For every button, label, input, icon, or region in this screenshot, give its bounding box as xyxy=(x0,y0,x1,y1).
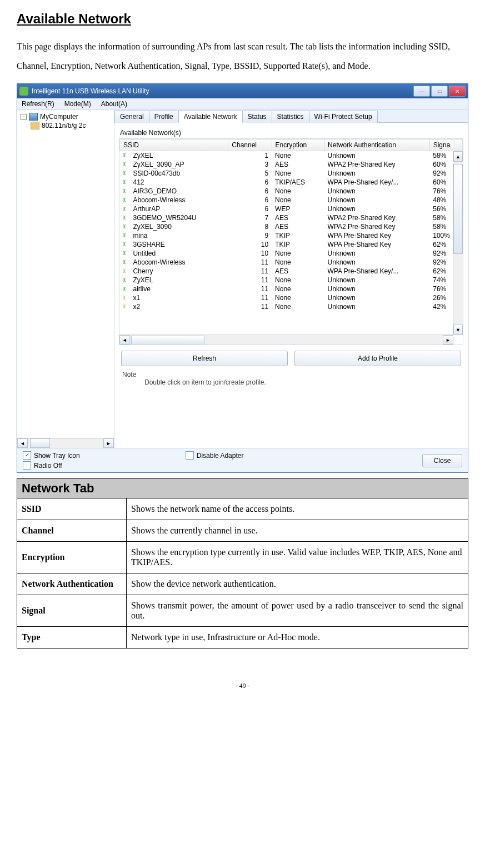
network-row[interactable]: airlive11NoneUnknown76% xyxy=(120,285,463,293)
tab-profile[interactable]: Profile xyxy=(149,111,179,123)
network-row[interactable]: ZyXEL1NoneUnknown58% xyxy=(120,151,463,161)
cell-auth: WPA Pre-Shared Key/... xyxy=(324,267,430,276)
maximize-button[interactable]: ▭ xyxy=(431,86,448,97)
cell-auth: Unknown xyxy=(324,169,430,178)
network-row[interactable]: Abocom-Wireless6NoneUnknown48% xyxy=(120,196,463,204)
menu-mode[interactable]: Mode(M) xyxy=(64,100,91,108)
network-row[interactable]: 3GDEMO_WR5204U7AESWPA2 Pre-Shared Key58% xyxy=(120,213,463,222)
close-window-button[interactable]: ✕ xyxy=(449,86,466,97)
desc-value: Network type in use, Infrastructure or A… xyxy=(127,627,468,648)
desc-key: SSID xyxy=(17,498,127,520)
network-row[interactable]: Abocom-Wireless11NoneUnknown92% xyxy=(120,258,463,267)
network-row[interactable]: ZyXEL_30908AESWPA2 Pre-Shared Key58% xyxy=(120,222,463,231)
network-row[interactable]: x211NoneUnknown42% xyxy=(120,302,463,311)
minimize-button[interactable]: — xyxy=(413,86,430,97)
tree-child-node[interactable]: 802.11n/b/g 2c xyxy=(18,121,113,130)
scroll-thumb[interactable] xyxy=(131,336,204,345)
page-number: - 49 - xyxy=(17,682,468,690)
tab-wi-fi-protect-setup[interactable]: Wi-Fi Protect Setup xyxy=(309,111,378,123)
column-header[interactable]: Channel xyxy=(228,139,272,151)
cell-enc: None xyxy=(272,276,324,285)
cell-auth: Unknown xyxy=(324,302,430,311)
add-to-profile-button[interactable]: Add to Profile xyxy=(294,351,461,366)
disable-adapter-checkbox[interactable]: Disable Adapter xyxy=(186,451,244,460)
column-header[interactable]: SSID xyxy=(120,139,228,151)
cell-enc: None xyxy=(272,169,324,178)
adapter-icon xyxy=(31,122,39,129)
network-row[interactable]: 3GSHARE10TKIPWPA Pre-Shared Key62% xyxy=(120,240,463,249)
disable-adapter-label: Disable Adapter xyxy=(197,452,244,460)
close-button[interactable]: Close xyxy=(422,454,462,467)
scroll-thumb[interactable] xyxy=(30,438,50,448)
cell-enc: None xyxy=(272,187,324,196)
radio-off-label: Radio Off xyxy=(34,462,62,470)
tabstrip: GeneralProfileAvailable NetworkStatusSta… xyxy=(114,110,468,123)
cell-auth: Unknown xyxy=(324,285,430,293)
cell-enc: AES xyxy=(272,213,324,222)
ssid-label: Abocom-Wireless xyxy=(133,196,186,204)
signal-icon xyxy=(123,304,131,310)
tab-general[interactable]: General xyxy=(114,111,149,123)
network-row[interactable]: Cherry11AESWPA Pre-Shared Key/...62% xyxy=(120,267,463,276)
tree-root-label: MyComputer xyxy=(40,113,78,121)
signal-icon xyxy=(123,242,131,248)
network-row[interactable]: SSID-00c473db5NoneUnknown92% xyxy=(120,169,463,178)
cell-auth: WPA2 Pre-Shared Key xyxy=(324,160,430,169)
network-row[interactable]: ArthurAP6WEPUnknown56% xyxy=(120,204,463,213)
network-row[interactable]: mina9TKIPWPA Pre-Shared Key100% xyxy=(120,231,463,240)
intro-paragraph: This page displays the information of su… xyxy=(17,37,468,76)
cell-auth: Unknown xyxy=(324,293,430,302)
vertical-scrollbar[interactable]: ▲ ▼ xyxy=(453,151,463,335)
cell-enc: None xyxy=(272,196,324,204)
cell-enc: WEP xyxy=(272,204,324,213)
scroll-down-icon[interactable]: ▼ xyxy=(453,325,463,335)
ssid-label: 3GSHARE xyxy=(133,241,165,248)
radio-off-checkbox[interactable]: Radio Off xyxy=(23,461,80,470)
menu-about[interactable]: About(A) xyxy=(101,100,127,108)
network-row[interactable]: AIR3G_DEMO6NoneUnknown76% xyxy=(120,187,463,196)
desc-value: Shows the encryption type currently in u… xyxy=(127,542,468,573)
network-tab-description-table: Network Tab SSIDShows the network name o… xyxy=(17,478,468,648)
cell-enc: TKIP xyxy=(272,240,324,249)
signal-icon xyxy=(123,188,131,194)
network-row[interactable]: x111NoneUnknown26% xyxy=(120,293,463,302)
tab-status[interactable]: Status xyxy=(242,111,272,123)
cell-channel: 11 xyxy=(228,293,272,302)
scroll-thumb[interactable] xyxy=(453,164,463,254)
ssid-label: ZyXEL_3090 xyxy=(133,223,172,231)
signal-icon xyxy=(123,277,131,283)
refresh-button[interactable]: Refresh xyxy=(121,351,288,366)
menu-refresh[interactable]: Refresh(R) xyxy=(22,100,54,108)
signal-icon xyxy=(123,153,131,159)
network-row[interactable]: ZyXEL11NoneUnknown74% xyxy=(120,276,463,285)
column-header[interactable]: Signa xyxy=(429,139,462,151)
cell-channel: 11 xyxy=(228,285,272,293)
network-row[interactable]: 4126TKIP/AESWPA Pre-Shared Key/...60% xyxy=(120,178,463,187)
tree-root-node[interactable]: − MyComputer xyxy=(18,112,113,121)
tab-available-network[interactable]: Available Network xyxy=(178,111,243,123)
ssid-label: AIR3G_DEMO xyxy=(133,187,177,195)
ssid-label: x2 xyxy=(133,303,141,311)
scroll-right-icon[interactable]: ► xyxy=(103,438,114,448)
tree-horizontal-scrollbar[interactable]: ◄ ► xyxy=(17,438,114,448)
app-window: Intelligent 11n USB Wireless LAN Utility… xyxy=(17,83,468,473)
ssid-label: x1 xyxy=(133,294,141,302)
column-header[interactable]: Encryption xyxy=(272,139,324,151)
horizontal-scrollbar[interactable]: ◄ ► xyxy=(119,335,453,345)
signal-icon xyxy=(123,162,131,168)
cell-channel: 10 xyxy=(228,240,272,249)
scroll-left-icon[interactable]: ◄ xyxy=(17,438,28,448)
network-row[interactable]: Untitled10NoneUnknown92% xyxy=(120,249,463,258)
cell-auth: WPA Pre-Shared Key xyxy=(324,231,430,240)
signal-icon xyxy=(123,251,131,257)
show-tray-checkbox[interactable]: ✓ Show Tray Icon xyxy=(23,451,80,460)
ssid-label: 3GDEMO_WR5204U xyxy=(133,214,197,222)
ssid-label: ZyXEL xyxy=(133,152,153,159)
network-row[interactable]: ZyXEL_3090_AP3AESWPA2 Pre-Shared Key60% xyxy=(120,160,463,169)
tab-statistics[interactable]: Statistics xyxy=(272,111,309,123)
column-header[interactable]: Network Authentication xyxy=(324,139,430,151)
scroll-left-icon[interactable]: ◄ xyxy=(119,335,130,345)
scroll-up-icon[interactable]: ▲ xyxy=(453,151,463,162)
tree-collapse-icon[interactable]: − xyxy=(21,114,27,120)
scroll-right-icon[interactable]: ► xyxy=(443,335,453,345)
